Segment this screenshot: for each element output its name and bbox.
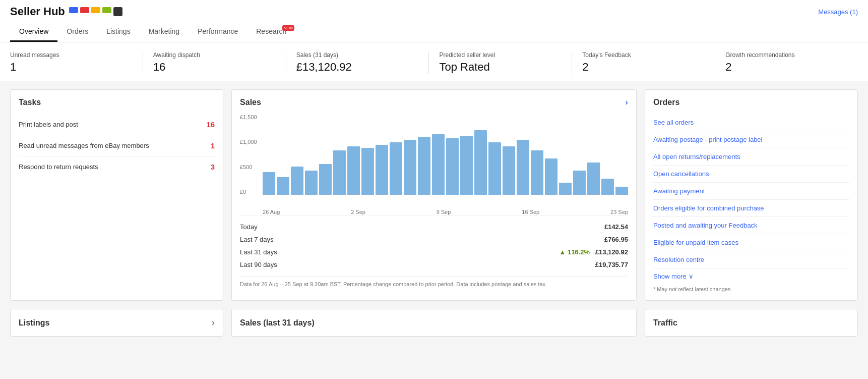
ebay-icon-red	[80, 7, 89, 13]
chart-y-labels: £1,500 £1,000 £500 £0	[240, 114, 257, 205]
sales-amount-31days: £13,120.92	[595, 248, 628, 256]
chart-bars	[263, 114, 628, 195]
stat-unread-messages: Unread messages 1	[10, 51, 143, 74]
stat-label-sales: Sales (31 days)	[296, 51, 419, 59]
main-content: Tasks Print labels and post 16 Read unre…	[0, 81, 868, 309]
sales-row-7days-label: Last 7 days	[240, 236, 274, 243]
tasks-title: Tasks	[19, 98, 215, 107]
tasks-card: Tasks Print labels and post 16 Read unre…	[10, 89, 223, 301]
sales-pct-31days: 116.2%	[568, 248, 590, 256]
chart-bar-16Sep4	[517, 140, 529, 195]
chart-bar-9Sep1	[404, 140, 416, 195]
stat-label-unread: Unread messages	[10, 51, 133, 59]
positive-arrow-icon: ▲	[559, 248, 566, 256]
chart-bar-9Sep5	[460, 136, 473, 195]
task-item-returns[interactable]: Respond to return requests 3	[19, 156, 215, 177]
order-link-combined[interactable]: Orders eligible for combined purchase	[653, 200, 849, 217]
sales-last31-title: Sales (last 31 days)	[240, 318, 315, 328]
task-count-print: 16	[206, 120, 215, 129]
task-item-print[interactable]: Print labels and post 16	[19, 114, 215, 135]
tab-orders[interactable]: Orders	[57, 22, 97, 42]
stat-value-seller: Top Rated	[439, 61, 562, 74]
traffic-card: Traffic	[645, 309, 858, 337]
order-link-unpaid[interactable]: Eligible for unpaid item cases	[653, 234, 849, 251]
chart-bar-23Sep1	[545, 158, 557, 195]
sales-row-31days-value: ▲ ▲ 116.2% 116.2% £13,120.92	[559, 248, 628, 256]
chart-bar-26Aug1	[263, 172, 275, 195]
stat-seller-level: Predicted seller level Top Rated	[439, 51, 572, 74]
listings-card-title: Listings	[19, 318, 49, 328]
tab-listings[interactable]: Listings	[97, 22, 139, 42]
nav-tabs: Overview Orders Listings Marketing Perfo…	[10, 22, 858, 42]
sales-arrow-icon[interactable]: ›	[626, 98, 628, 107]
chart-bar-2Sep5	[390, 142, 402, 195]
chart-bar-2Sep2	[347, 146, 360, 195]
sales-row-today-label: Today	[240, 223, 258, 231]
stat-value-sales: £13,120.92	[296, 61, 419, 74]
sales-row-90days-label: Last 90 days	[240, 261, 277, 268]
tab-performance[interactable]: Performance	[189, 22, 247, 42]
chart-bar-16Sep5	[531, 150, 543, 195]
stat-value-feedback: 2	[582, 61, 705, 74]
stat-growth: Growth recommendations 2	[725, 51, 858, 74]
order-link-resolution[interactable]: Resolution centre	[653, 251, 849, 268]
chart-bar-16Sep2	[488, 142, 501, 195]
order-link-payment[interactable]: Awaiting payment	[653, 183, 849, 200]
sales-row-90days: Last 90 days £19,735.77	[240, 258, 628, 271]
chart-bar-23Sep6	[615, 187, 628, 195]
chart-bar-26Aug4	[305, 171, 318, 195]
task-count-returns: 3	[211, 163, 215, 171]
sales-row-today: Today £142.54	[240, 221, 628, 233]
tab-marketing[interactable]: Marketing	[140, 22, 189, 42]
stat-feedback: Today's Feedback 2	[582, 51, 715, 74]
y-label-1500: £1,500	[240, 114, 257, 120]
listings-card: Listings ›	[10, 309, 223, 337]
task-count-messages: 1	[211, 141, 215, 150]
listings-chevron-icon[interactable]: ›	[212, 317, 215, 328]
y-label-0: £0	[240, 189, 257, 195]
chart-bar-23Sep5	[601, 179, 614, 195]
x-label-23sep: 23 Sep	[610, 209, 628, 215]
stat-label-growth: Growth recommendations	[725, 51, 848, 59]
chart-bar-16Sep3	[503, 146, 515, 195]
orders-title: Orders	[653, 98, 849, 107]
chart-bar-9Sep2	[418, 137, 430, 195]
site-title-text: Seller Hub	[10, 5, 65, 18]
order-link-cancellations[interactable]: Open cancellations	[653, 166, 849, 183]
order-link-see-all[interactable]: See all orders	[653, 114, 849, 131]
tab-research[interactable]: ResearchNEW	[247, 22, 295, 42]
stat-label-dispatch: Awaiting dispatch	[153, 51, 276, 59]
chart-bar-23Sep4	[587, 163, 600, 195]
stat-sales: Sales (31 days) £13,120.92	[296, 51, 429, 74]
chart-bar-26Aug5	[319, 164, 332, 195]
messages-link[interactable]: Messages (1)	[818, 8, 858, 16]
task-item-messages[interactable]: Read unread messages from eBay members 1	[19, 135, 215, 156]
sales-last31-card: Sales (last 31 days)	[231, 309, 637, 337]
stat-awaiting-dispatch: Awaiting dispatch 16	[153, 51, 286, 74]
chart-bar-23Sep2	[559, 183, 572, 195]
stat-label-feedback: Today's Feedback	[582, 51, 705, 59]
sales-row-7days: Last 7 days £766.95	[240, 233, 628, 246]
chart-bar-23Sep3	[573, 171, 586, 195]
sales-row-today-value: £142.54	[604, 223, 628, 231]
tab-overview[interactable]: Overview	[10, 22, 57, 42]
order-link-feedback[interactable]: Posted and awaiting your Feedback	[653, 217, 849, 234]
site-title-icons	[69, 7, 122, 16]
chart-bar-2Sep1	[333, 150, 346, 195]
chart-bar-9Sep3	[432, 134, 445, 195]
order-link-postage[interactable]: Awaiting postage - print postage label	[653, 131, 849, 148]
y-label-500: £500	[240, 164, 257, 170]
show-more-button[interactable]: Show more ∨	[653, 273, 849, 280]
task-label-returns: Respond to return requests	[19, 163, 98, 171]
order-link-returns[interactable]: All open returns/replacements	[653, 148, 849, 166]
x-label-16sep: 16 Sep	[522, 209, 539, 215]
ebay-icon-yellow	[91, 7, 100, 13]
orders-note: * May not reflect latest changes	[653, 286, 849, 292]
bottom-section: Listings › Sales (last 31 days) Traffic	[0, 309, 868, 345]
orders-card: Orders See all orders Awaiting postage -…	[645, 89, 858, 301]
ebay-icon-green	[102, 7, 111, 13]
sales-chart: £1,500 £1,000 £500 £0	[240, 114, 628, 205]
sales-row-31days: Last 31 days ▲ ▲ 116.2% 116.2% £13,120.9…	[240, 246, 628, 258]
sales-summary: Today £142.54 Last 7 days £766.95 Last 3…	[240, 215, 628, 271]
stat-value-dispatch: 16	[153, 61, 276, 74]
